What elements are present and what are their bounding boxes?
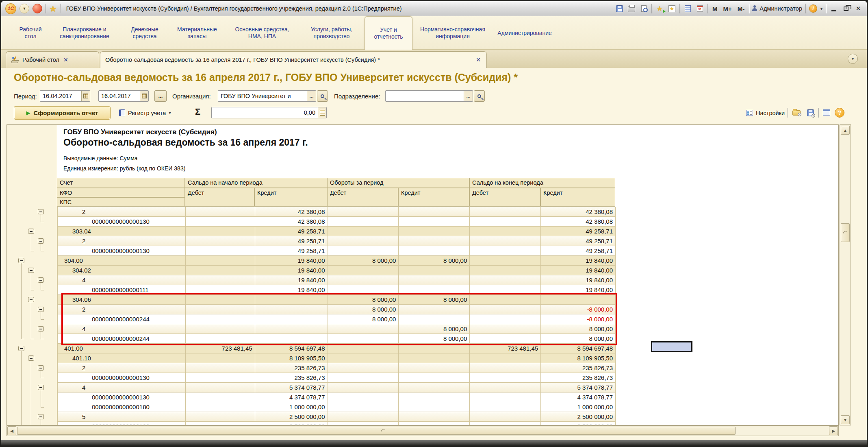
tree-collapse-button[interactable] — [38, 307, 44, 312]
ribbon-tab[interactable]: Услуги, работы, производство — [299, 16, 365, 50]
cell-value[interactable] — [328, 422, 399, 425]
cell-value[interactable]: 8 000,00 — [399, 324, 470, 334]
organization-choose-button[interactable]: ... — [307, 91, 316, 101]
cell-value[interactable]: 49 258,71 — [541, 227, 616, 236]
cell-value[interactable]: 8 594 697,48 — [541, 344, 616, 353]
cell-value[interactable] — [399, 275, 470, 285]
cell-value[interactable]: 42 380,08 — [541, 207, 616, 216]
save-settings-button[interactable] — [805, 107, 816, 118]
cell-value[interactable] — [186, 412, 255, 421]
cell-value[interactable] — [186, 236, 255, 246]
department-search-button[interactable] — [474, 90, 485, 102]
cell-value[interactable] — [399, 392, 470, 402]
cell-account[interactable]: 00000000000000244 — [58, 334, 186, 343]
settings-button[interactable]: Настройки — [744, 107, 787, 119]
cell-value[interactable]: 49 258,71 — [255, 236, 328, 246]
cell-value[interactable]: 2 500 000,00 — [255, 412, 328, 421]
cell-account[interactable]: 401.00 — [58, 344, 186, 353]
scroll-right-button[interactable]: ▶ — [829, 426, 838, 435]
cell-value[interactable]: 8 000,00 — [328, 305, 399, 314]
cell-value[interactable] — [328, 266, 399, 275]
restore-button[interactable] — [842, 4, 851, 13]
calculator-button[interactable] — [683, 4, 692, 13]
tree-collapse-button[interactable] — [18, 258, 24, 263]
organization-field[interactable]: ГОБУ ВПО Университет и ... — [218, 90, 316, 102]
cell-value[interactable] — [328, 334, 399, 343]
cell-value[interactable]: 723 481,45 — [186, 344, 255, 353]
cell-value[interactable] — [470, 236, 541, 246]
tree-collapse-button[interactable] — [38, 414, 44, 419]
ribbon-tab[interactable]: Нормативно-справочная информация — [412, 16, 493, 50]
ribbon-tab[interactable]: Основные средства, НМА, НПА — [226, 16, 299, 50]
cell-value[interactable] — [328, 402, 399, 412]
cell-value[interactable] — [328, 412, 399, 421]
cell-value[interactable]: 19 840,00 — [255, 266, 328, 275]
cell-value[interactable] — [470, 256, 541, 265]
cell-value[interactable] — [255, 314, 328, 324]
cell-value[interactable] — [399, 285, 470, 294]
ribbon-tab[interactable]: Планирование и санкционирование — [48, 16, 121, 50]
memory-minus-button[interactable]: М- — [736, 5, 746, 12]
tree-collapse-button[interactable] — [38, 277, 44, 283]
cell-value[interactable]: 19 840,00 — [541, 266, 616, 275]
generate-report-button[interactable]: ▶ Сформировать отчет — [14, 106, 111, 120]
cell-value[interactable]: 8 000,00 — [541, 324, 616, 334]
cell-value[interactable]: 2 500 000,00 — [541, 422, 616, 425]
cell-value[interactable]: 5 374 078,77 — [541, 383, 616, 392]
main-menu-button[interactable]: ▼ — [20, 4, 29, 13]
cell-value[interactable] — [186, 314, 255, 324]
cell-value[interactable]: 49 258,71 — [255, 227, 328, 236]
cell-value[interactable]: 49 258,71 — [541, 246, 616, 255]
vertical-scrollbar[interactable]: ▲ ▼ — [840, 124, 851, 425]
tab-list-button[interactable]: ▾ — [848, 54, 858, 64]
memory-plus-button[interactable]: М+ — [722, 5, 733, 12]
print-button[interactable] — [627, 4, 636, 13]
vertical-scroll-thumb[interactable] — [841, 223, 850, 242]
cell-account[interactable]: 401.10 — [58, 353, 186, 363]
cell-account[interactable]: 4 — [58, 324, 186, 334]
cell-value[interactable] — [399, 353, 470, 363]
scroll-up-button[interactable]: ▲ — [841, 126, 850, 135]
ribbon-tab[interactable]: Учет и отчетность — [365, 16, 412, 50]
cell-value[interactable] — [470, 334, 541, 343]
calendar-button[interactable]: 31 — [695, 4, 704, 13]
cell-value[interactable]: 5 374 078,77 — [255, 383, 328, 392]
cell-account[interactable]: 2 — [58, 363, 186, 373]
cell-value[interactable] — [186, 207, 255, 216]
cell-value[interactable]: 19 840,00 — [255, 285, 328, 294]
cell-value[interactable] — [470, 353, 541, 363]
cell-value[interactable] — [328, 373, 399, 382]
tree-collapse-button[interactable] — [28, 268, 34, 273]
scroll-left-button[interactable]: ◀ — [7, 426, 16, 435]
record-button[interactable] — [33, 4, 42, 13]
cell-value[interactable]: 8 000,00 — [328, 295, 399, 304]
register-menu-button[interactable]: Регистр учета ▾ — [115, 107, 174, 119]
cell-value[interactable] — [399, 344, 470, 353]
cell-value[interactable]: 8 594 697,48 — [255, 344, 328, 353]
cell-value[interactable]: 19 840,00 — [255, 275, 328, 285]
calendar-picker-button[interactable] — [81, 91, 90, 101]
cell-account[interactable]: 304.02 — [58, 266, 186, 275]
favorites-star-icon[interactable]: ★ — [49, 4, 57, 13]
help-button[interactable]: ? — [834, 107, 845, 118]
info-button[interactable]: i — [809, 4, 817, 13]
cell-account[interactable]: 00000000000000180 — [58, 422, 186, 425]
cell-value[interactable]: 235 826,73 — [255, 373, 328, 382]
cell-value[interactable] — [470, 246, 541, 255]
tree-collapse-button[interactable] — [18, 346, 24, 351]
memory-button[interactable]: М — [711, 5, 719, 12]
tree-collapse-button[interactable] — [28, 355, 34, 361]
cell-value[interactable]: -8 000,00 — [541, 305, 616, 314]
cell-value[interactable]: 49 258,71 — [255, 246, 328, 255]
scroll-down-button[interactable]: ▼ — [841, 415, 850, 424]
cell-value[interactable]: 1 000 000,00 — [255, 402, 328, 412]
cell-value[interactable] — [470, 305, 541, 314]
department-field[interactable]: ... — [385, 90, 473, 102]
cell-value[interactable] — [255, 334, 328, 343]
cell-account[interactable]: 4 — [58, 383, 186, 392]
cell-value[interactable]: 4 374 078,77 — [255, 392, 328, 402]
cell-value[interactable]: 235 826,73 — [541, 373, 616, 382]
cell-value[interactable] — [470, 227, 541, 236]
tree-collapse-button[interactable] — [38, 326, 44, 331]
cell-value[interactable] — [470, 392, 541, 402]
